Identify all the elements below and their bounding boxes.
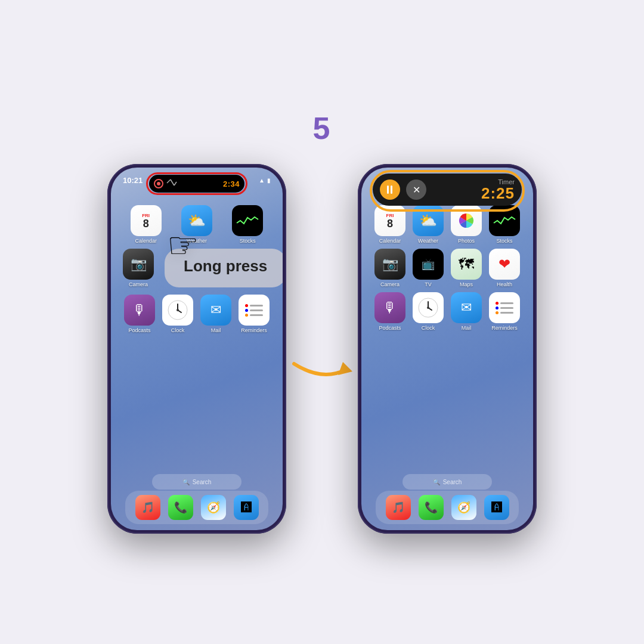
mail-emoji-left: ✉	[210, 302, 221, 318]
phone-icon-right: 📞	[425, 501, 438, 514]
stocks-label-right: Stocks	[496, 238, 512, 244]
reminders-icon-left	[239, 295, 270, 326]
phone-icon-left: 📞	[174, 501, 187, 514]
app-item-podcasts-left[interactable]: 🎙 Podcasts	[122, 295, 157, 333]
dock-left: 🎵 📞 🧭 🅰	[125, 491, 268, 524]
appstore-icon-right: 🅰	[491, 501, 502, 514]
music-icon-right: 🎵	[392, 501, 405, 514]
status-icons-left: ▲ ▮	[259, 177, 271, 184]
phone-left: 10:21 ▲ ▮ 2:34	[107, 164, 286, 534]
podcast-emoji-left: 🎙	[132, 302, 147, 318]
mail-icon-left: ✉	[200, 295, 231, 326]
app-item-mail-right[interactable]: ✉ Mail	[449, 292, 484, 331]
dock-phone-right[interactable]: 📞	[419, 495, 444, 520]
status-time-left: 10:21	[123, 176, 143, 185]
mail-label-right: Mail	[462, 325, 472, 331]
camera-icon-right: 📷	[374, 249, 405, 280]
clock-label-left: Clock	[171, 327, 185, 333]
arrow-container	[286, 349, 358, 397]
phone-right-screen: ✕ Timer 2:25 FRI 8	[361, 168, 533, 530]
app-row-3-left: 🎙 Podcasts Clock	[120, 295, 273, 333]
search-text-left: Search	[193, 479, 212, 485]
svg-point-12	[427, 306, 429, 309]
maps-icon-right: 🗺	[451, 249, 482, 280]
reminders-icon-right	[489, 292, 520, 323]
phone-right: ✕ Timer 2:25 FRI 8	[358, 164, 537, 534]
app-row-3-right: 🎙 Podcasts Clock	[371, 292, 524, 331]
dock-right: 🎵 📞 🧭 🅰	[376, 491, 519, 524]
search-bar-left[interactable]: 🔍 Search	[152, 474, 242, 490]
step-number: 5	[313, 110, 332, 146]
search-icon-right: 🔍	[433, 479, 440, 485]
mail-label-left: Mail	[211, 327, 221, 333]
search-icon-left: 🔍	[182, 479, 190, 485]
dock-safari-right[interactable]: 🧭	[451, 495, 476, 520]
di-orange-highlight	[370, 170, 525, 212]
svg-point-6	[177, 309, 179, 311]
dock-music-right[interactable]: 🎵	[386, 495, 411, 520]
app-item-clock-right[interactable]: Clock	[411, 292, 445, 331]
battery-icon: ▮	[267, 177, 271, 184]
podcasts-label-left: Podcasts	[128, 327, 150, 333]
app-item-mail-left[interactable]: ✉ Mail	[199, 295, 233, 333]
appstore-icon-left: 🅰	[241, 501, 252, 514]
podcasts-label-right: Podcasts	[379, 325, 401, 331]
app-item-camera-left[interactable]: 📷 Camera	[123, 249, 154, 287]
search-text-right: Search	[443, 479, 462, 485]
safari-icon-right: 🧭	[457, 501, 470, 514]
music-icon-left: 🎵	[141, 501, 154, 514]
app-item-calendar-left[interactable]: FRI 8 Calendar	[129, 205, 163, 244]
dock-music-left[interactable]: 🎵	[135, 495, 160, 520]
calendar-label-right: Calendar	[379, 238, 401, 244]
dock-phone-left[interactable]: 📞	[168, 495, 193, 520]
svg-marker-7	[338, 362, 352, 375]
stocks-label-left: Stocks	[240, 238, 256, 244]
dock-appstore-left[interactable]: 🅰	[234, 495, 259, 520]
app-item-tv-right[interactable]: 📺 TV	[411, 249, 445, 287]
calendar-icon-left: FRI 8	[131, 205, 162, 236]
app-item-maps-right[interactable]: 🗺 Maps	[449, 249, 484, 287]
health-icon-right: ❤	[489, 249, 520, 280]
di-red-highlight	[146, 172, 247, 195]
tv-label-right: TV	[425, 281, 432, 287]
clock-label-right: Clock	[422, 325, 435, 331]
podcasts-icon-right: 🎙	[374, 292, 405, 323]
phone-left-screen: 10:21 ▲ ▮ 2:34	[111, 168, 283, 530]
podcasts-icon-left: 🎙	[124, 295, 155, 326]
search-bar-right[interactable]: 🔍 Search	[402, 474, 492, 490]
health-label-right: Health	[497, 281, 512, 287]
photos-label-right: Photos	[458, 238, 475, 244]
safari-icon-left: 🧭	[207, 501, 220, 514]
camera-label-left: Camera	[129, 281, 148, 287]
app-item-reminders-left[interactable]: Reminders	[237, 295, 271, 333]
camera-emoji-left: 📷	[131, 256, 147, 272]
mail-icon-right: ✉	[451, 292, 482, 323]
weather-label-right: Weather	[418, 238, 438, 244]
stocks-icon-left	[232, 205, 263, 236]
app-item-reminders-right[interactable]: Reminders	[487, 292, 522, 331]
app-grid-right: FRI 8 Calendar ⛅ Weather	[361, 200, 533, 340]
app-item-camera-right[interactable]: 📷 Camera	[373, 249, 407, 287]
clock-icon-left	[162, 295, 193, 326]
hand-cursor: ☞	[167, 224, 199, 266]
app-item-stocks-left[interactable]: Stocks	[230, 205, 265, 244]
calendar-label-left: Calendar	[135, 238, 157, 244]
app-grid-left: FRI 8 Calendar ⛅ Weather	[111, 200, 283, 343]
camera-icon-left: 📷	[123, 249, 154, 280]
reminders-label-left: Reminders	[241, 327, 267, 333]
phones-container: 10:21 ▲ ▮ 2:34	[107, 164, 537, 534]
app-item-clock-left[interactable]: Clock	[160, 295, 195, 333]
dock-appstore-right[interactable]: 🅰	[484, 495, 509, 520]
reminders-label-right: Reminders	[491, 325, 518, 331]
cal-day-left: 8	[143, 218, 149, 229]
wifi-icon: ▲	[259, 177, 265, 184]
maps-label-right: Maps	[460, 281, 473, 287]
app-item-podcasts-right[interactable]: 🎙 Podcasts	[373, 292, 407, 331]
clock-icon-right	[413, 292, 444, 323]
app-row-2-right: 📷 Camera 📺 TV 🗺 Maps	[371, 249, 524, 287]
dock-safari-left[interactable]: 🧭	[201, 495, 226, 520]
app-item-health-right[interactable]: ❤ Health	[487, 249, 522, 287]
camera-label-right: Camera	[380, 281, 400, 287]
arrow-svg	[289, 349, 355, 397]
tv-icon-right: 📺	[413, 249, 444, 280]
